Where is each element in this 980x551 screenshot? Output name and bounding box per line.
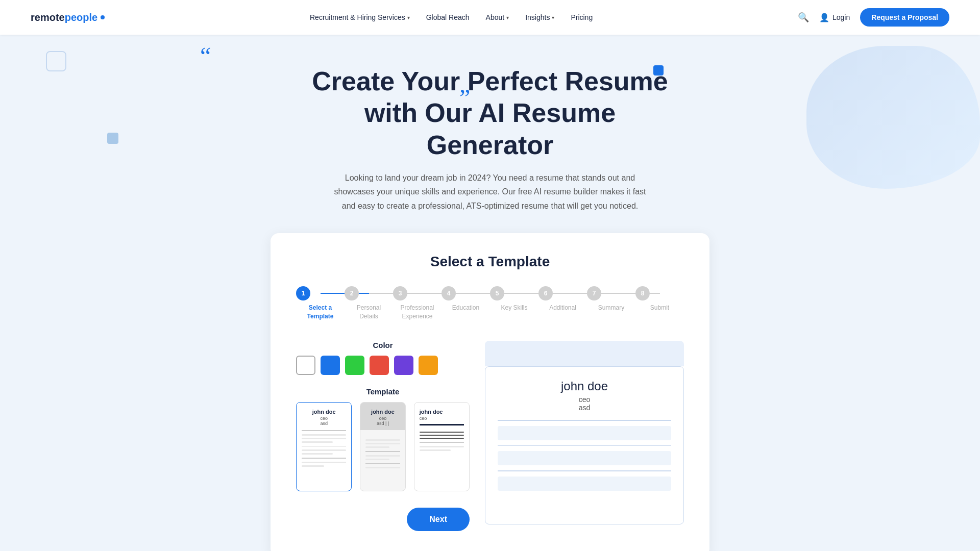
preview-name: john doe: [498, 379, 671, 393]
template-3-name: john doe: [420, 409, 464, 415]
nav-links: Recruitment & Hiring Services ▾ Global R…: [310, 13, 593, 21]
step-circle-4: 4: [442, 286, 456, 300]
preview-line-1: [498, 420, 671, 421]
right-column: john doe ceo asd: [485, 341, 684, 524]
next-button-wrapper: Next: [296, 508, 470, 531]
nav-link-recruitment[interactable]: Recruitment & Hiring Services ▾: [310, 13, 410, 21]
step-circle-6: 6: [538, 286, 553, 300]
chevron-down-icon: ▾: [407, 15, 410, 20]
color-swatch-blue[interactable]: [321, 356, 340, 375]
step-label-5: Key Skills: [501, 304, 527, 312]
left-column: Color Template john doe ceo asd: [296, 341, 470, 531]
step-5[interactable]: 5 Key Skills: [490, 286, 538, 312]
template-2-role: ceo: [365, 416, 400, 421]
color-swatch-green[interactable]: [345, 356, 364, 375]
card-title: Select a Template: [296, 254, 684, 270]
template-grid: john doe ceo asd: [296, 402, 470, 491]
color-swatch-orange[interactable]: [419, 356, 438, 375]
login-button[interactable]: 👤 Login: [819, 13, 850, 22]
nav-link-about[interactable]: About ▾: [486, 13, 509, 21]
step-circle-1: 1: [296, 286, 310, 300]
template-card-minimal[interactable]: john doe ceo: [414, 402, 470, 491]
step-1[interactable]: 1 Select aTemplate: [296, 286, 345, 321]
step-label-7: Summary: [598, 304, 624, 312]
logo-remote: remotepeople: [31, 12, 97, 23]
step-label-1: Select aTemplate: [307, 304, 334, 321]
stepper: 1 Select aTemplate 2 PersonalDetails 3: [296, 286, 684, 321]
template-3-role: ceo: [420, 416, 464, 421]
step-circle-2: 2: [345, 286, 359, 300]
template-3-lines: [420, 432, 464, 451]
color-swatch-red[interactable]: [370, 356, 389, 375]
template-1-role: ceo: [302, 416, 346, 421]
nav-actions: 🔍 👤 Login Request a Proposal: [798, 8, 949, 27]
color-swatch-purple[interactable]: [394, 356, 413, 375]
step-4[interactable]: 4 Education: [442, 286, 490, 312]
step-6[interactable]: 6 Additional: [538, 286, 587, 312]
navbar: remotepeople Recruitment & Hiring Servic…: [0, 0, 980, 35]
template-1-name: john doe: [302, 409, 346, 415]
chevron-down-icon-insights: ▾: [552, 15, 554, 20]
hero-title: Create Your Perfect Resume with Our AI R…: [311, 65, 669, 161]
step-label-8: Submit: [650, 304, 669, 312]
preview-line-2: [498, 445, 671, 446]
nav-link-insights[interactable]: Insights ▾: [525, 13, 554, 21]
step-circle-5: 5: [490, 286, 504, 300]
search-icon[interactable]: 🔍: [798, 12, 809, 23]
hero-section: Create Your Perfect Resume with Our AI R…: [0, 35, 980, 551]
preview-role: ceo: [498, 395, 671, 404]
step-7[interactable]: 7 Summary: [587, 286, 635, 312]
template-card-classic[interactable]: john doe ceo asd: [296, 402, 352, 491]
color-swatch-white[interactable]: [296, 356, 315, 375]
preview-company: asd: [498, 404, 671, 412]
color-label: Color: [296, 341, 470, 349]
step-circle-8: 8: [635, 286, 650, 300]
next-button[interactable]: Next: [407, 508, 470, 531]
template-1-company: asd: [302, 421, 346, 426]
preview-block-1: [498, 426, 671, 440]
step-circle-7: 7: [587, 286, 601, 300]
preview-top-bar: [485, 341, 684, 366]
content-columns: Color Template john doe ceo asd: [296, 341, 684, 531]
nav-link-pricing[interactable]: Pricing: [571, 13, 593, 21]
preview-document: john doe ceo asd: [485, 366, 684, 524]
chevron-down-icon-about: ▾: [506, 15, 509, 20]
preview-block-3: [498, 477, 671, 491]
template-card-modern[interactable]: john doe ceo asd | |: [360, 402, 405, 491]
request-proposal-button[interactable]: Request a Proposal: [860, 8, 949, 27]
step-3[interactable]: 3 ProfessionalExperience: [393, 286, 442, 321]
step-label-4: Education: [452, 304, 479, 312]
nav-link-global[interactable]: Global Reach: [426, 13, 470, 21]
template-selector-card: Select a Template 1 Select aTemplate 2 P…: [271, 233, 709, 551]
template-2-company: asd | |: [365, 421, 400, 426]
step-label-2: PersonalDetails: [357, 304, 381, 321]
step-label-3: ProfessionalExperience: [400, 304, 434, 321]
step-label-6: Additional: [549, 304, 576, 312]
logo-dot: [101, 15, 105, 19]
template-1-lines: [302, 430, 346, 467]
logo[interactable]: remotepeople: [31, 12, 105, 23]
step-2[interactable]: 2 PersonalDetails: [345, 286, 393, 321]
template-label: Template: [296, 387, 470, 396]
template-2-name: john doe: [365, 409, 400, 415]
user-icon: 👤: [819, 13, 829, 22]
hero-subtitle: Looking to land your dream job in 2024? …: [332, 171, 648, 213]
preview-block-2: [498, 451, 671, 465]
step-circle-3: 3: [393, 286, 407, 300]
template-2-lines: [365, 439, 400, 468]
color-swatches: [296, 356, 470, 375]
step-8[interactable]: 8 Submit: [635, 286, 684, 312]
preview-line-3: [498, 470, 671, 471]
